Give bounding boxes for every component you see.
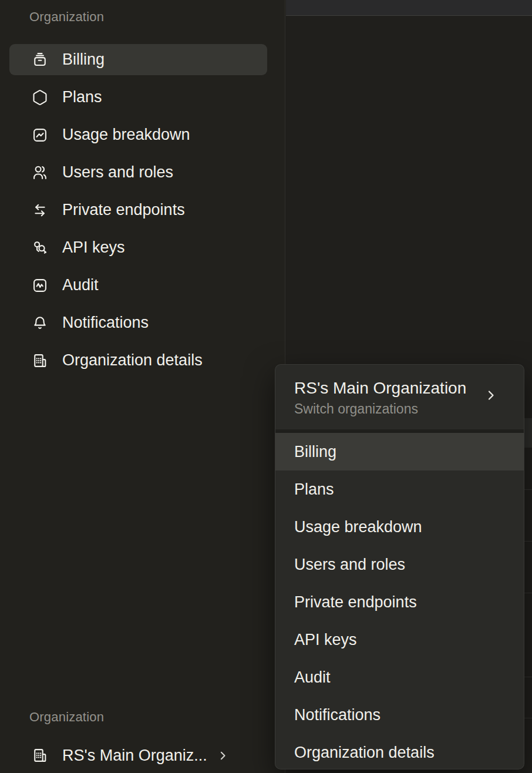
popup-item-label: Private endpoints <box>294 593 417 611</box>
popup-item-usage-breakdown[interactable]: Usage breakdown <box>275 508 524 546</box>
sidebar-item-api-keys[interactable]: API keys <box>9 232 267 263</box>
usage-icon <box>32 127 48 143</box>
sidebar-item-billing[interactable]: Billing <box>9 44 267 75</box>
popup-item-label: Notifications <box>294 706 381 724</box>
sidebar-item-label: API keys <box>62 238 125 257</box>
popup-item-label: Users and roles <box>294 556 405 574</box>
popup-item-organization-details[interactable]: Organization details <box>275 734 524 769</box>
popup-item-label: Billing <box>294 443 336 461</box>
popup-item-label: Plans <box>294 480 334 499</box>
popup-item-users-and-roles[interactable]: Users and roles <box>275 546 524 583</box>
top-bar <box>286 0 532 16</box>
audit-icon <box>32 277 48 294</box>
popup-item-label: Organization details <box>294 744 435 762</box>
sidebar-item-label: Notifications <box>62 314 149 332</box>
popup-item-api-keys[interactable]: API keys <box>275 621 524 658</box>
popup-item-audit[interactable]: Audit <box>275 658 524 696</box>
sidebar-item-label: Usage breakdown <box>62 126 190 144</box>
popup-item-plans[interactable]: Plans <box>275 470 524 508</box>
api-keys-icon <box>32 240 48 256</box>
sidebar-item-notifications[interactable]: Notifications <box>9 307 267 338</box>
popup-org-switcher[interactable]: RS's Main Organization Switch organizati… <box>275 365 524 429</box>
sidebar-item-label: Plans <box>62 88 102 106</box>
sidebar-item-organization-details[interactable]: Organization details <box>9 345 267 376</box>
notifications-icon <box>32 315 48 331</box>
popup-item-notifications[interactable]: Notifications <box>275 696 524 734</box>
sidebar-nav: BillingPlansUsage breakdownUsers and rol… <box>9 44 267 376</box>
org-details-icon <box>32 747 48 764</box>
users-icon <box>32 164 48 181</box>
sidebar-item-users-and-roles[interactable]: Users and roles <box>9 157 267 188</box>
sidebar-item-label: Organization details <box>62 351 203 369</box>
popup-menu: BillingPlansUsage breakdownUsers and rol… <box>275 433 524 769</box>
sidebar-section-label: Organization <box>29 9 104 25</box>
footer-section-label: Organization <box>29 710 104 725</box>
popup-subtitle: Switch organizations <box>294 400 477 418</box>
billing-icon <box>32 52 48 68</box>
app-window: Organization BillingPlansUsage breakdown… <box>0 0 532 773</box>
popup-item-billing[interactable]: Billing <box>275 433 524 470</box>
plans-icon <box>32 89 48 106</box>
popup-item-label: API keys <box>294 631 357 649</box>
sidebar-item-usage-breakdown[interactable]: Usage breakdown <box>9 119 267 150</box>
popup-title: RS's Main Organization <box>294 378 477 399</box>
popup-item-private-endpoints[interactable]: Private endpoints <box>275 583 524 621</box>
endpoints-icon <box>32 202 48 219</box>
org-details-icon <box>32 352 48 369</box>
sidebar-item-plans[interactable]: Plans <box>9 82 267 113</box>
organization-switcher[interactable]: RS's Main Organiz... <box>9 739 267 772</box>
sidebar-item-private-endpoints[interactable]: Private endpoints <box>9 194 267 226</box>
popup-item-label: Audit <box>294 668 331 687</box>
chevron-right-icon <box>484 388 498 402</box>
sidebar-item-audit[interactable]: Audit <box>9 270 267 301</box>
chevron-right-icon <box>217 750 229 762</box>
sidebar-item-label: Users and roles <box>62 163 173 182</box>
popup-item-label: Usage breakdown <box>294 518 422 536</box>
sidebar-item-label: Private endpoints <box>62 201 185 219</box>
organization-name: RS's Main Organiz... <box>62 747 207 765</box>
sidebar: Organization BillingPlansUsage breakdown… <box>0 0 285 773</box>
sidebar-item-label: Audit <box>62 276 99 294</box>
sidebar-item-label: Billing <box>62 51 105 69</box>
organization-menu-popup: RS's Main Organization Switch organizati… <box>275 364 524 769</box>
